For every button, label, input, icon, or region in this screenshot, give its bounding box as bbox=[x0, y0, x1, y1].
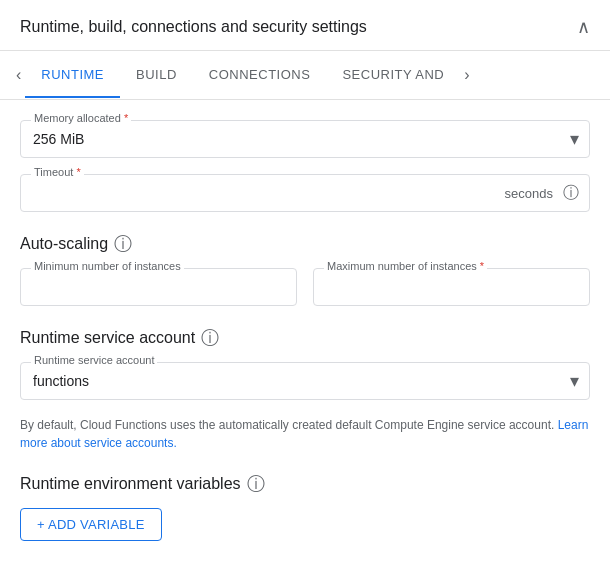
min-instances-wrapper: Minimum number of instances 0 bbox=[20, 268, 297, 306]
memory-field-wrapper: Memory allocated * 256 MiB 128 MiB 512 M… bbox=[20, 120, 590, 158]
max-instances-input[interactable]: 1 bbox=[314, 269, 589, 305]
panel-title: Runtime, build, connections and security… bbox=[20, 18, 367, 36]
timeout-field-wrapper: Timeout * 60 seconds ⓘ bbox=[20, 174, 590, 212]
env-variables-title: Runtime environment variables ⓘ bbox=[20, 472, 590, 496]
env-variables-help-icon[interactable]: ⓘ bbox=[247, 472, 265, 496]
autoscaling-title: Auto-scaling ⓘ bbox=[20, 232, 590, 256]
tab-next-button[interactable]: › bbox=[460, 51, 473, 99]
service-account-title: Runtime service account ⓘ bbox=[20, 326, 590, 350]
collapse-icon[interactable]: ∧ bbox=[577, 16, 590, 38]
max-instances-label: Maximum number of instances * bbox=[324, 261, 487, 272]
env-variables-section: Runtime environment variables ⓘ + ADD VA… bbox=[20, 472, 590, 541]
service-account-field-label: Runtime service account bbox=[31, 355, 157, 366]
content-area: Memory allocated * 256 MiB 128 MiB 512 M… bbox=[0, 100, 610, 581]
min-instances-label: Minimum number of instances bbox=[31, 261, 184, 272]
tab-security-and[interactable]: SECURITY AND bbox=[326, 53, 460, 98]
autoscaling-fields: Minimum number of instances 0 Maximum nu… bbox=[20, 268, 590, 306]
memory-select[interactable]: 256 MiB 128 MiB 512 MiB 1 GiB 2 GiB bbox=[21, 121, 589, 157]
add-variable-button[interactable]: + ADD VARIABLE bbox=[20, 508, 162, 541]
tab-bar: ‹ RUNTIME BUILD CONNECTIONS SECURITY AND… bbox=[0, 51, 610, 100]
service-account-section: Runtime service account ⓘ Runtime servic… bbox=[20, 326, 590, 452]
timeout-help-icon[interactable]: ⓘ bbox=[563, 183, 579, 204]
tab-prev-button[interactable]: ‹ bbox=[12, 51, 25, 99]
chevron-right-icon: › bbox=[464, 66, 469, 84]
service-account-select[interactable]: functions bbox=[21, 363, 589, 399]
memory-field-label: Memory allocated * bbox=[31, 113, 131, 124]
timeout-field-label: Timeout * bbox=[31, 167, 84, 178]
service-account-description: By default, Cloud Functions uses the aut… bbox=[20, 416, 590, 452]
service-account-wrapper: Runtime service account functions ▾ bbox=[20, 362, 590, 400]
autoscaling-section: Auto-scaling ⓘ Minimum number of instanc… bbox=[20, 232, 590, 306]
tab-runtime[interactable]: RUNTIME bbox=[25, 53, 120, 98]
max-instances-wrapper: Maximum number of instances * 1 bbox=[313, 268, 590, 306]
tab-build[interactable]: BUILD bbox=[120, 53, 193, 98]
chevron-left-icon: ‹ bbox=[16, 66, 21, 84]
autoscaling-help-icon[interactable]: ⓘ bbox=[114, 232, 132, 256]
panel-header: Runtime, build, connections and security… bbox=[0, 0, 610, 51]
service-account-help-icon[interactable]: ⓘ bbox=[201, 326, 219, 350]
min-instances-input[interactable]: 0 bbox=[21, 269, 296, 305]
timeout-suffix: seconds bbox=[505, 186, 553, 201]
tab-connections[interactable]: CONNECTIONS bbox=[193, 53, 327, 98]
